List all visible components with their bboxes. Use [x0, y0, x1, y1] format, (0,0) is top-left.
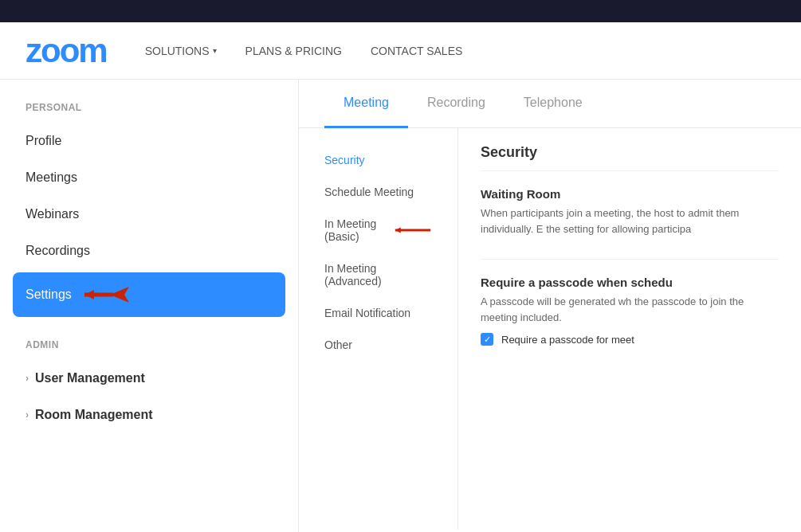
nav-contact-sales[interactable]: CONTACT SALES: [371, 45, 462, 57]
tab-bar: Meeting Recording Telephone: [299, 80, 801, 128]
passcode-desc: A passcode will be generated wh the pass…: [481, 294, 779, 325]
sidebar-item-settings[interactable]: Settings: [13, 272, 285, 317]
chevron-right-icon: ›: [26, 409, 29, 421]
admin-section: ADMIN › User Management › Room Managemen…: [0, 339, 298, 433]
svg-marker-0: [110, 287, 142, 303]
svg-marker-4: [395, 228, 401, 233]
tab-meeting[interactable]: Meeting: [324, 80, 408, 128]
top-bar: [0, 0, 801, 22]
settings-nav: Security Schedule Meeting In Meeting (Ba…: [299, 128, 458, 530]
nav-solutions[interactable]: SOLUTIONS ▾: [145, 45, 217, 57]
settings-panel: Security Waiting Room When participants …: [458, 128, 801, 530]
layout: PERSONAL Profile Meetings Webinars Recor…: [0, 80, 801, 532]
tab-recording[interactable]: Recording: [408, 80, 505, 128]
settings-nav-other[interactable]: Other: [299, 329, 457, 361]
header: zoom SOLUTIONS ▾ PLANS & PRICING CONTACT…: [0, 22, 801, 80]
tab-telephone[interactable]: Telephone: [505, 80, 602, 128]
chevron-down-icon: ▾: [213, 46, 217, 55]
nav-plans[interactable]: PLANS & PRICING: [245, 45, 342, 57]
settings-content: Security Schedule Meeting In Meeting (Ba…: [299, 128, 801, 530]
personal-section-label: PERSONAL: [0, 102, 298, 123]
sidebar-item-webinars[interactable]: Webinars: [0, 196, 298, 233]
settings-nav-in-meeting-advanced[interactable]: In Meeting (Advanced): [299, 252, 457, 297]
main-nav: SOLUTIONS ▾ PLANS & PRICING CONTACT SALE…: [145, 45, 463, 57]
sidebar-item-profile[interactable]: Profile: [0, 123, 298, 159]
waiting-room-desc: When participants join a meeting, the ho…: [481, 205, 779, 237]
settings-divider: [481, 259, 779, 260]
sidebar-item-user-management[interactable]: › User Management: [0, 360, 298, 397]
sidebar-item-meetings[interactable]: Meetings: [0, 159, 298, 196]
admin-section-label: ADMIN: [0, 339, 298, 360]
passcode-checkbox[interactable]: ✓: [481, 333, 493, 346]
sidebar-item-room-management[interactable]: › Room Management: [0, 397, 298, 433]
passcode-title: Require a passcode when schedu: [481, 276, 779, 289]
settings-nav-security[interactable]: Security: [299, 144, 457, 176]
zoom-logo[interactable]: zoom: [26, 32, 107, 70]
sidebar-item-recordings[interactable]: Recordings: [0, 233, 298, 269]
waiting-room-title: Waiting Room: [481, 187, 779, 201]
passcode-checkbox-label: Require a passcode for meet: [501, 334, 634, 346]
chevron-right-icon: ›: [26, 373, 29, 384]
sidebar: PERSONAL Profile Meetings Webinars Recor…: [0, 80, 299, 532]
settings-item-passcode: Require a passcode when schedu A passcod…: [481, 276, 779, 346]
settings-nav-in-meeting-basic[interactable]: In Meeting (Basic): [299, 208, 457, 252]
checkmark-icon: ✓: [484, 334, 491, 345]
settings-nav-schedule-meeting[interactable]: Schedule Meeting: [299, 176, 457, 208]
settings-arrow-icon: [84, 284, 148, 306]
passcode-checkbox-row: ✓ Require a passcode for meet: [481, 333, 779, 346]
settings-panel-title: Security: [481, 144, 779, 171]
settings-nav-email-notification[interactable]: Email Notification: [299, 297, 457, 329]
settings-item-waiting-room: Waiting Room When participants join a me…: [481, 187, 779, 237]
main-content: Meeting Recording Telephone Security Sch…: [299, 80, 801, 532]
svg-marker-2: [84, 290, 94, 299]
